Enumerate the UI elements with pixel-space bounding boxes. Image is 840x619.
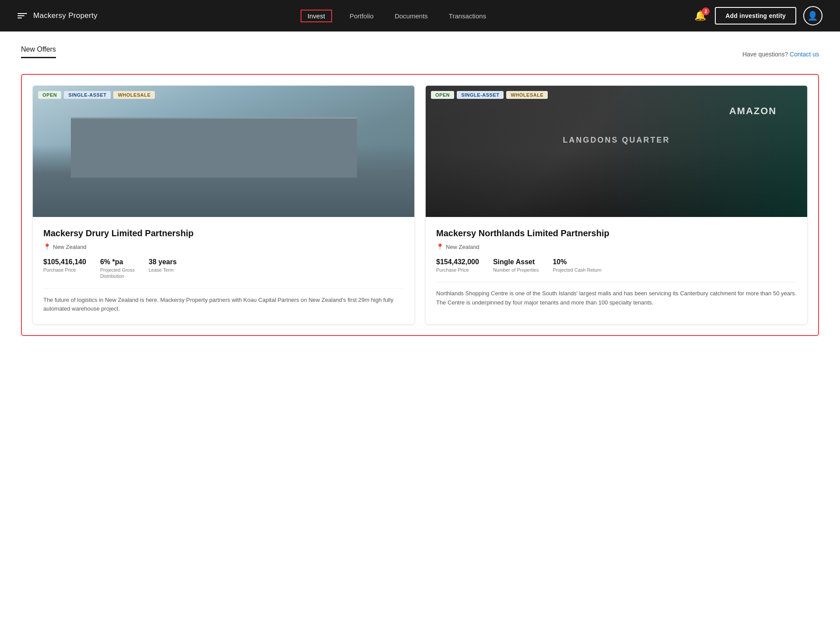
location-text-drury: New Zealand — [53, 244, 87, 250]
stat-label-distribution-drury: Projected GrossDistribution — [100, 267, 135, 280]
card-body-northlands: Mackersy Northlands Limited Partnership … — [426, 217, 807, 318]
nav-portfolio[interactable]: Portfolio — [346, 10, 377, 21]
offers-container: OPEN SINGLE-ASSET WHOLESALE Mackersy Dru… — [21, 74, 819, 336]
nav-links: Invest Portfolio Documents Transactions — [301, 10, 490, 22]
location-text-northlands: New Zealand — [446, 244, 480, 250]
card-image-northlands: AMAZON OPEN SINGLE-ASSET WHOLESALE — [426, 86, 807, 217]
nav-transactions[interactable]: Transactions — [445, 10, 490, 21]
notification-button[interactable]: 🔔 2 — [693, 8, 708, 23]
card-body-drury: Mackersy Drury Limited Partnership 📍 New… — [33, 217, 414, 324]
card-location-northlands: 📍 New Zealand — [436, 243, 797, 250]
logo-icon — [18, 13, 27, 18]
brand-logo: Mackersy Property — [18, 11, 98, 20]
card-stats-northlands: $154,432,000 Purchase Price Single Asset… — [436, 258, 797, 273]
card-location-drury: 📍 New Zealand — [43, 243, 404, 250]
stat-label-lease-drury: Lease Term — [149, 267, 177, 273]
stat-value-distribution-drury: 6% *pa — [100, 258, 135, 266]
page-header: New Offers Have questions? Contact us — [21, 45, 819, 62]
stat-purchase-price-drury: $105,416,140 Purchase Price — [43, 258, 86, 280]
card-tags-drury: OPEN SINGLE-ASSET WHOLESALE — [38, 91, 155, 99]
add-investing-entity-button[interactable]: Add investing entity — [715, 7, 796, 24]
tag-open-northlands: OPEN — [431, 91, 454, 99]
page-title-section: New Offers — [21, 45, 56, 58]
navbar: Mackersy Property Invest Portfolio Docum… — [0, 0, 840, 31]
stat-properties-northlands: Single Asset Number of Properties — [493, 258, 539, 273]
contact-prompt: Have questions? Contact us — [742, 51, 819, 58]
tag-wholesale-northlands: WHOLESALE — [506, 91, 548, 99]
location-icon-drury: 📍 — [43, 243, 51, 250]
card-image-drury: OPEN SINGLE-ASSET WHOLESALE — [33, 86, 414, 217]
stat-label-properties-northlands: Number of Properties — [493, 267, 539, 273]
card-tags-northlands: OPEN SINGLE-ASSET WHOLESALE — [431, 91, 548, 99]
amazon-text: AMAZON — [729, 105, 777, 117]
stat-value-lease-drury: 38 years — [149, 258, 177, 266]
tag-single-asset-northlands: SINGLE-ASSET — [457, 91, 504, 99]
nav-documents[interactable]: Documents — [391, 10, 431, 21]
card-description-drury: The future of logistics in New Zealand i… — [43, 296, 404, 314]
location-icon-northlands: 📍 — [436, 243, 444, 250]
tag-open-drury: OPEN — [38, 91, 61, 99]
offer-card-northlands[interactable]: AMAZON OPEN SINGLE-ASSET WHOLESALE Macke… — [425, 85, 808, 325]
main-content: New Offers Have questions? Contact us OP… — [0, 31, 840, 619]
stat-purchase-price-northlands: $154,432,000 Purchase Price — [436, 258, 479, 273]
stat-distribution-drury: 6% *pa Projected GrossDistribution — [100, 258, 135, 280]
page-title: New Offers — [21, 45, 56, 53]
user-icon: 👤 — [807, 10, 818, 21]
card-divider-drury — [43, 288, 404, 289]
stat-lease-drury: 38 years Lease Term — [149, 258, 177, 280]
card-description-northlands: Northlands Shopping Centre is one of the… — [436, 289, 797, 308]
card-divider-northlands — [436, 282, 797, 282]
card-title-northlands: Mackersy Northlands Limited Partnership — [436, 227, 797, 239]
contact-section: Have questions? Contact us — [742, 50, 819, 58]
stat-value-cash-return-northlands: 10% — [553, 258, 601, 266]
tag-wholesale-drury: WHOLESALE — [113, 91, 155, 99]
contact-link[interactable]: Contact us — [790, 51, 819, 58]
nav-invest[interactable]: Invest — [301, 10, 332, 22]
stat-label-cash-return-northlands: Projected Cash Return — [553, 267, 601, 273]
brand-name: Mackersy Property — [33, 11, 98, 20]
stat-value-purchase-drury: $105,416,140 — [43, 258, 86, 266]
nav-right: 🔔 2 Add investing entity 👤 — [693, 6, 822, 25]
user-profile-button[interactable]: 👤 — [803, 6, 822, 25]
stat-value-properties-northlands: Single Asset — [493, 258, 539, 266]
card-title-drury: Mackersy Drury Limited Partnership — [43, 227, 404, 239]
stat-label-purchase-northlands: Purchase Price — [436, 267, 479, 273]
tag-single-asset-drury: SINGLE-ASSET — [64, 91, 111, 99]
stat-value-purchase-northlands: $154,432,000 — [436, 258, 479, 266]
stat-label-purchase-drury: Purchase Price — [43, 267, 86, 273]
stat-cash-return-northlands: 10% Projected Cash Return — [553, 258, 601, 273]
offer-card-drury[interactable]: OPEN SINGLE-ASSET WHOLESALE Mackersy Dru… — [32, 85, 415, 325]
card-stats-drury: $105,416,140 Purchase Price 6% *pa Proje… — [43, 258, 404, 280]
notification-badge: 2 — [702, 7, 710, 15]
